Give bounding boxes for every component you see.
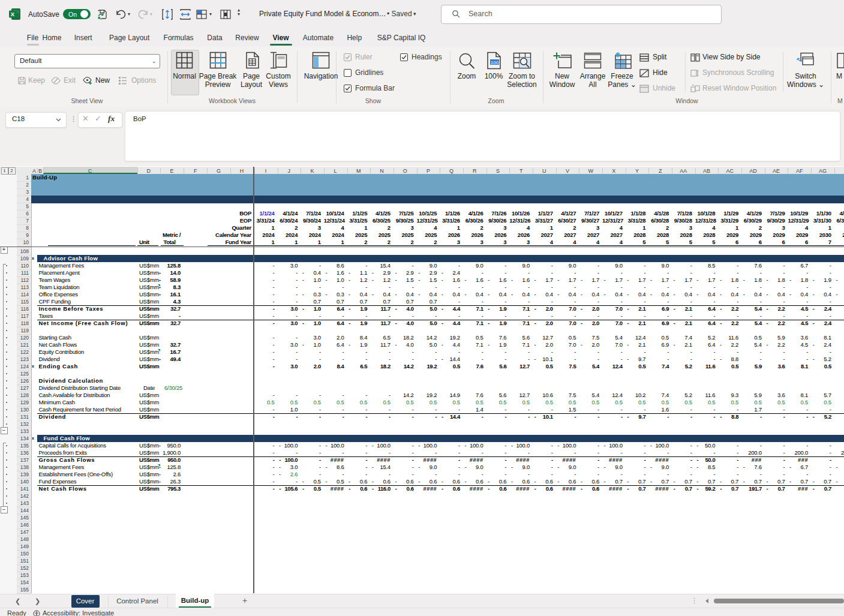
svg-text:100: 100 (491, 60, 499, 65)
svg-text:X: X (11, 11, 15, 17)
